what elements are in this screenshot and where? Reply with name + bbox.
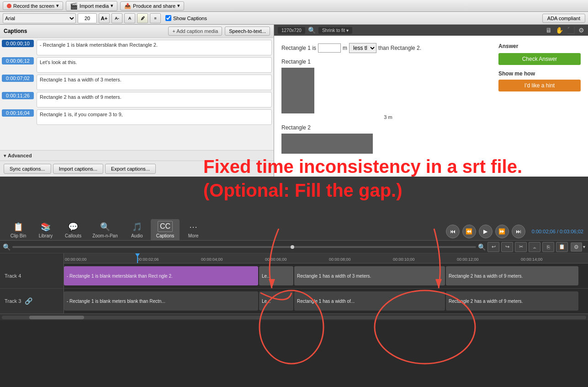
hint-button[interactable]: I'd like a hint [498,80,581,91]
track-4-label: Track 4 [0,263,64,288]
top-toolbar: Record the screen ▾ 🎬 Import media ▾ 📤 P… [0,0,588,12]
timeline-controls-row: 🔍 🔍 ↩ ↪ ✂ ⫠ ⎘ 📋 ⚙ ▾ [0,241,588,253]
timeline-horizontal-scrollbar[interactable] [0,314,588,320]
tab-zoom-label: Zoom-n-Pan [92,233,118,238]
answer-input[interactable] [318,43,341,53]
undo-button[interactable]: ↩ [487,242,499,252]
caption-time-1[interactable]: 0:00:06;12 [2,57,34,64]
highlight-button[interactable]: 🖊 [137,13,148,23]
track-3-icon: 🔗 [25,297,32,305]
library-icon: 📚 [41,222,51,232]
export-captions-button[interactable]: Export captions... [105,164,156,174]
check-answer-button[interactable]: Check Answer [498,53,581,65]
fit-selector[interactable]: Shrink to fit ▾ [318,27,352,34]
produce-dropdown-icon[interactable]: ▾ [177,3,180,9]
record-icon [7,4,11,8]
track-4-name: Track 4 [5,273,21,279]
caption-time-0[interactable]: 0:00:00;10 [2,40,34,47]
time-current: 0:00:02;06 [532,229,556,234]
track-clip[interactable]: Le... [259,291,293,311]
fast-forward-button[interactable]: ⏩ [495,225,509,238]
align-button[interactable]: ≡ [150,13,161,23]
scrollbar-thumb[interactable] [29,316,84,319]
tab-audio[interactable]: 🎵 Audio [123,220,151,240]
rect1-label: Rectangle 1 [281,59,495,65]
advanced-label: Advanced [8,153,32,158]
captions-list: 0:00:00;10 - Rectangle 1 is blank meters… [0,38,274,150]
caption-text-4[interactable]: Rectangle 1 is, if you compare 3 to 9, [37,109,272,125]
track-label-spacer [0,253,64,263]
ruler-mark-4: 00:00:08;00 [329,257,351,262]
fit-label: Shrink to fit [322,28,345,33]
record-button[interactable]: Record the screen ▾ [3,1,63,10]
font-size-input[interactable] [78,13,97,23]
skip-to-start-button[interactable]: ⏮ [446,225,460,238]
timeline-zoom-slider[interactable] [12,246,476,248]
font-family-select[interactable]: Arial [3,13,76,23]
settings-icon: ⚙ [578,27,584,34]
ada-compliant-button[interactable]: ADA compliant [542,14,585,23]
increase-font-button[interactable]: A+ [99,13,110,23]
record-dropdown-icon[interactable]: ▾ [56,3,59,9]
decrease-font-button[interactable]: A- [111,13,122,23]
hand-icon: ✋ [556,27,563,34]
comparison-dropdown[interactable]: less than [349,43,376,53]
import-dropdown-icon[interactable]: ▾ [111,3,113,9]
tab-library[interactable]: 📚 Library [32,220,59,240]
sync-captions-button[interactable]: Sync captions... [4,164,51,174]
search-icon[interactable]: 🔍 [3,243,11,251]
track-clip[interactable]: Rectangle 1 has a width of... [294,291,445,311]
preview-search-icon[interactable]: 🔍 [308,27,316,34]
captions-header: Captions + Add caption media Speech-to-t… [0,25,274,38]
monitor-icon: 🖥 [546,27,552,34]
produce-button[interactable]: 📤 Produce and share ▾ [120,1,184,11]
track-row-4: Track 4 - Rectangle 1 is blank metersbla… [0,263,588,289]
skip-to-end-button[interactable]: ⏭ [512,225,525,238]
track-clip[interactable]: Rectangle 2 has a width of 9 meters. [446,291,578,311]
track-clip[interactable]: Rectangle 1 has a width of 3 meters. [294,266,445,285]
caption-text-1[interactable]: Let's look at this. [37,57,272,73]
text-color-button[interactable]: A [124,13,135,23]
import-button[interactable]: 🎬 Import media ▾ [66,1,117,11]
track-clip[interactable]: - Rectangle 1 is blank meters blank than… [64,291,258,311]
caption-text-2[interactable]: Rectangle 1 has a width of 3 meters. [37,75,272,90]
tab-zoom-n-pan[interactable]: 🔍 Zoom-n-Pan [87,220,123,240]
unit-label: m [343,45,347,51]
redo-button[interactable]: ↪ [501,242,513,252]
track-clip[interactable]: Le... [259,266,293,285]
caption-time-4[interactable]: 0:00:16;04 [2,109,34,117]
settings-gear-button[interactable]: ⚙ ▾ [571,242,585,252]
cut-button[interactable]: ✂ [515,242,527,252]
caption-time-2[interactable]: 0:00:07;02 [2,75,34,82]
paste-button[interactable]: 📋 [556,242,568,252]
tab-more[interactable]: ⋯ More [180,220,207,240]
caption-text-0[interactable]: - Rectangle 1 is blank metersblank than … [37,40,272,55]
tab-callouts[interactable]: 💬 Callouts [59,220,87,240]
track-4-content: - Rectangle 1 is blank metersblank than … [64,263,588,288]
slider-thumb [291,245,294,249]
show-captions-checkbox-label: Show Captions [165,15,207,21]
tab-captions-label: Captions [156,233,174,238]
add-caption-button[interactable]: + Add caption media [168,27,222,36]
tab-clip-bin[interactable]: 📋 Clip Bin [5,220,32,240]
gear-dropdown-icon: ▾ [583,244,585,249]
rewind-button[interactable]: ⏪ [462,225,476,238]
speech-to-text-button[interactable]: Speech-to-text... [225,27,270,36]
ruler-mark-0: 00:00:00;00 [65,257,87,262]
time-total: 0:03:06;02 [560,229,583,234]
ruler-mark-3: 00:00:06;00 [265,257,287,262]
copy-button[interactable]: ⎘ [542,242,554,252]
show-captions-checkbox[interactable] [165,15,171,21]
zoom-in-icon[interactable]: 🔍 [478,243,486,251]
tab-captions[interactable]: CC Captions [151,219,180,240]
import-icon: 🎬 [70,2,78,10]
split-button[interactable]: ⫠ [529,242,540,252]
caption-text-3[interactable]: Rectangle 2 has a width of 9 meters. [37,92,272,108]
track-clip[interactable]: Rectangle 2 has a width of 9 meters. [446,266,578,285]
play-button[interactable]: ▶ [479,225,493,238]
import-captions-button[interactable]: Import captions... [53,164,103,174]
produce-label: Produce and share [133,3,175,9]
resolution-display: 1270x720 [278,27,305,34]
caption-time-3[interactable]: 0:00:11;26 [2,92,34,99]
track-clip[interactable]: - Rectangle 1 is blank metersblank than … [64,266,258,285]
